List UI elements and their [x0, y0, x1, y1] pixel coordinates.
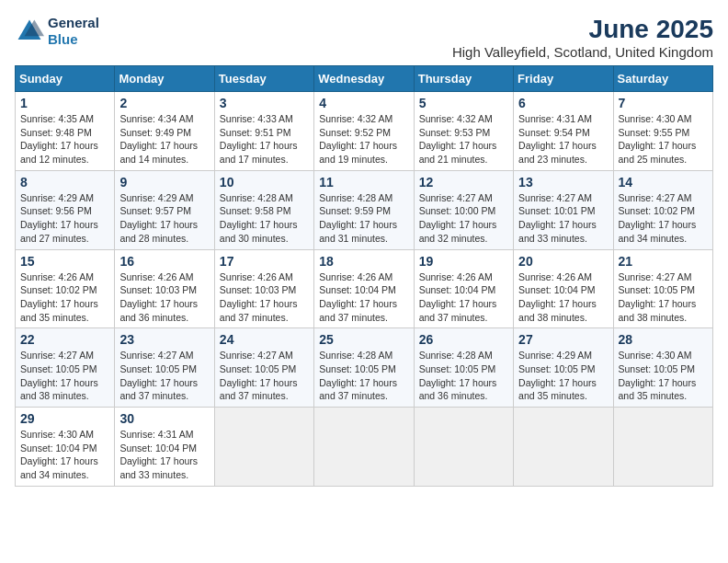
day-info: Sunrise: 4:27 AM Sunset: 10:00 PM Daylig…	[419, 191, 508, 246]
day-number: 6	[518, 96, 608, 110]
week-row-3: 15Sunrise: 4:26 AM Sunset: 10:02 PM Dayl…	[16, 249, 713, 328]
day-info: Sunrise: 4:30 AM Sunset: 10:05 PM Daylig…	[619, 349, 708, 403]
day-cell-8: 8Sunrise: 4:29 AM Sunset: 9:56 PM Daylig…	[16, 170, 115, 249]
day-cell-16: 16Sunrise: 4:26 AM Sunset: 10:03 PM Dayl…	[115, 249, 214, 328]
day-info: Sunrise: 4:33 AM Sunset: 9:51 PM Dayligh…	[220, 112, 309, 167]
day-cell-5: 5Sunrise: 4:32 AM Sunset: 9:53 PM Daylig…	[414, 92, 513, 171]
day-cell-12: 12Sunrise: 4:27 AM Sunset: 10:00 PM Dayl…	[414, 170, 513, 249]
day-info: Sunrise: 4:26 AM Sunset: 10:03 PM Daylig…	[119, 270, 209, 325]
day-cell-9: 9Sunrise: 4:29 AM Sunset: 9:57 PM Daylig…	[115, 170, 214, 249]
day-info: Sunrise: 4:26 AM Sunset: 10:04 PM Daylig…	[419, 270, 508, 325]
calendar-body: 1Sunrise: 4:35 AM Sunset: 9:48 PM Daylig…	[16, 92, 713, 487]
day-cell-22: 22Sunrise: 4:27 AM Sunset: 10:05 PM Dayl…	[16, 328, 115, 408]
day-info: Sunrise: 4:31 AM Sunset: 9:54 PM Dayligh…	[518, 112, 608, 167]
day-cell-24: 24Sunrise: 4:27 AM Sunset: 10:05 PM Dayl…	[214, 328, 313, 408]
day-number: 28	[619, 332, 708, 347]
day-info: Sunrise: 4:28 AM Sunset: 10:05 PM Daylig…	[419, 349, 508, 403]
week-row-1: 1Sunrise: 4:35 AM Sunset: 9:48 PM Daylig…	[16, 92, 713, 171]
day-info: Sunrise: 4:26 AM Sunset: 10:04 PM Daylig…	[518, 270, 608, 325]
day-cell-17: 17Sunrise: 4:26 AM Sunset: 10:03 PM Dayl…	[214, 249, 313, 328]
day-number: 11	[319, 175, 408, 190]
logo-text: General Blue	[48, 15, 99, 48]
day-number: 13	[518, 175, 608, 190]
day-number: 12	[419, 175, 508, 190]
day-number: 5	[419, 96, 508, 110]
day-cell-empty	[414, 408, 513, 487]
day-cell-empty	[514, 408, 613, 487]
header-tuesday: Tuesday	[214, 66, 313, 92]
day-number: 21	[619, 254, 708, 269]
day-info: Sunrise: 4:28 AM Sunset: 9:59 PM Dayligh…	[319, 191, 408, 246]
day-cell-27: 27Sunrise: 4:29 AM Sunset: 10:05 PM Dayl…	[514, 328, 613, 408]
day-cell-13: 13Sunrise: 4:27 AM Sunset: 10:01 PM Dayl…	[514, 170, 613, 249]
calendar-table: SundayMondayTuesdayWednesdayThursdayFrid…	[15, 65, 713, 487]
day-cell-empty	[314, 408, 414, 487]
day-info: Sunrise: 4:26 AM Sunset: 10:03 PM Daylig…	[220, 270, 309, 325]
day-cell-empty	[214, 408, 313, 487]
day-number: 29	[20, 411, 109, 426]
header-wednesday: Wednesday	[314, 66, 414, 92]
day-cell-6: 6Sunrise: 4:31 AM Sunset: 9:54 PM Daylig…	[514, 92, 613, 171]
week-row-2: 8Sunrise: 4:29 AM Sunset: 9:56 PM Daylig…	[16, 170, 713, 249]
day-cell-29: 29Sunrise: 4:30 AM Sunset: 10:04 PM Dayl…	[16, 408, 115, 487]
day-number: 1	[20, 96, 109, 110]
day-info: Sunrise: 4:28 AM Sunset: 9:58 PM Dayligh…	[220, 191, 309, 246]
day-info: Sunrise: 4:30 AM Sunset: 10:04 PM Daylig…	[20, 428, 109, 482]
day-info: Sunrise: 4:30 AM Sunset: 9:55 PM Dayligh…	[619, 112, 708, 167]
day-info: Sunrise: 4:27 AM Sunset: 10:02 PM Daylig…	[619, 191, 708, 246]
day-number: 16	[119, 254, 209, 269]
day-info: Sunrise: 4:32 AM Sunset: 9:53 PM Dayligh…	[419, 112, 508, 167]
day-info: Sunrise: 4:27 AM Sunset: 10:05 PM Daylig…	[220, 349, 309, 403]
day-number: 19	[419, 254, 508, 269]
day-number: 4	[319, 96, 408, 110]
day-number: 9	[119, 175, 209, 190]
logo: General Blue	[15, 15, 99, 48]
day-cell-21: 21Sunrise: 4:27 AM Sunset: 10:05 PM Dayl…	[613, 249, 712, 328]
day-cell-empty	[613, 408, 712, 487]
day-cell-28: 28Sunrise: 4:30 AM Sunset: 10:05 PM Dayl…	[613, 328, 712, 408]
calendar-title: June 2025	[452, 15, 713, 44]
day-info: Sunrise: 4:27 AM Sunset: 10:05 PM Daylig…	[619, 270, 708, 325]
day-info: Sunrise: 4:35 AM Sunset: 9:48 PM Dayligh…	[20, 112, 109, 167]
day-number: 18	[319, 254, 408, 269]
header-monday: Monday	[115, 66, 214, 92]
week-row-4: 22Sunrise: 4:27 AM Sunset: 10:05 PM Dayl…	[16, 328, 713, 408]
day-info: Sunrise: 4:34 AM Sunset: 9:49 PM Dayligh…	[119, 112, 209, 167]
header-saturday: Saturday	[613, 66, 712, 92]
day-info: Sunrise: 4:27 AM Sunset: 10:05 PM Daylig…	[119, 349, 209, 403]
day-number: 23	[119, 332, 209, 347]
day-number: 15	[20, 254, 109, 269]
day-cell-18: 18Sunrise: 4:26 AM Sunset: 10:04 PM Dayl…	[314, 249, 414, 328]
day-info: Sunrise: 4:29 AM Sunset: 9:56 PM Dayligh…	[20, 191, 109, 246]
day-number: 25	[319, 332, 408, 347]
day-number: 27	[518, 332, 608, 347]
day-cell-25: 25Sunrise: 4:28 AM Sunset: 10:05 PM Dayl…	[314, 328, 414, 408]
day-cell-14: 14Sunrise: 4:27 AM Sunset: 10:02 PM Dayl…	[613, 170, 712, 249]
day-number: 30	[119, 411, 209, 426]
day-cell-7: 7Sunrise: 4:30 AM Sunset: 9:55 PM Daylig…	[613, 92, 712, 171]
day-number: 24	[220, 332, 309, 347]
day-number: 20	[518, 254, 608, 269]
day-info: Sunrise: 4:32 AM Sunset: 9:52 PM Dayligh…	[319, 112, 408, 167]
day-cell-19: 19Sunrise: 4:26 AM Sunset: 10:04 PM Dayl…	[414, 249, 513, 328]
logo-icon	[15, 17, 44, 46]
calendar-header-row: SundayMondayTuesdayWednesdayThursdayFrid…	[16, 66, 713, 92]
calendar-subtitle: High Valleyfield, Scotland, United Kingd…	[452, 44, 713, 60]
day-cell-2: 2Sunrise: 4:34 AM Sunset: 9:49 PM Daylig…	[115, 92, 214, 171]
day-number: 3	[220, 96, 309, 110]
day-cell-1: 1Sunrise: 4:35 AM Sunset: 9:48 PM Daylig…	[16, 92, 115, 171]
day-number: 14	[619, 175, 708, 190]
day-info: Sunrise: 4:27 AM Sunset: 10:05 PM Daylig…	[20, 349, 109, 403]
day-info: Sunrise: 4:26 AM Sunset: 10:02 PM Daylig…	[20, 270, 109, 325]
day-number: 2	[119, 96, 209, 110]
day-cell-10: 10Sunrise: 4:28 AM Sunset: 9:58 PM Dayli…	[214, 170, 313, 249]
day-cell-26: 26Sunrise: 4:28 AM Sunset: 10:05 PM Dayl…	[414, 328, 513, 408]
header-sunday: Sunday	[16, 66, 115, 92]
header-thursday: Thursday	[414, 66, 513, 92]
day-info: Sunrise: 4:26 AM Sunset: 10:04 PM Daylig…	[319, 270, 408, 325]
day-info: Sunrise: 4:29 AM Sunset: 9:57 PM Dayligh…	[119, 191, 209, 246]
page-header: General Blue June 2025 High Valleyfield,…	[15, 15, 713, 60]
day-info: Sunrise: 4:28 AM Sunset: 10:05 PM Daylig…	[319, 349, 408, 403]
week-row-5: 29Sunrise: 4:30 AM Sunset: 10:04 PM Dayl…	[16, 408, 713, 487]
day-number: 7	[619, 96, 708, 110]
